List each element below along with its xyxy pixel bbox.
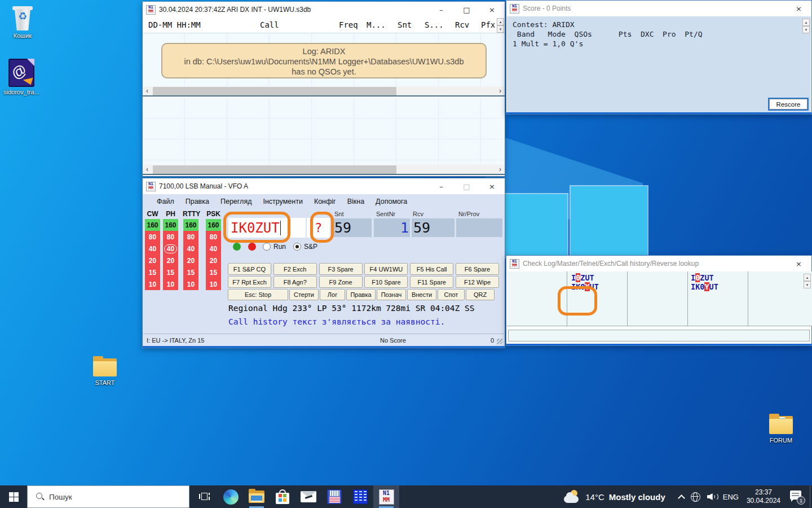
band-button[interactable]: 40 — [145, 243, 160, 255]
check-call-suggestions[interactable]: I0ZUT IK0YUT — [691, 274, 718, 291]
desktop-icon-start-folder[interactable]: START — [83, 356, 126, 386]
nrprov-input[interactable] — [456, 218, 502, 237]
scroll-left-icon[interactable]: ‹ — [143, 86, 152, 95]
sp-radio[interactable] — [293, 243, 301, 251]
col-pfx[interactable]: Pfx — [481, 20, 495, 29]
log-window-titlebar[interactable]: N1MM 30.04.2024 20:37:42Z ARI DX INT - U… — [143, 2, 505, 17]
maximize-button[interactable]: □ — [454, 2, 479, 17]
desktop-icon-forum-folder[interactable]: FORUM — [760, 414, 802, 444]
weather-widget[interactable]: 14°C Mostly cloudy — [558, 490, 671, 503]
band-button[interactable]: 20 — [145, 255, 160, 266]
scrollbar-thumb[interactable] — [153, 165, 396, 174]
taskbar-floppy-app[interactable] — [321, 485, 347, 508]
f7-button[interactable]: F7 Rpt Exch — [228, 276, 271, 288]
taskbar-store[interactable] — [270, 485, 295, 508]
menu-file[interactable]: Файл — [151, 195, 180, 208]
exchange-input[interactable]: ? — [307, 218, 330, 238]
band-button[interactable]: 10 — [145, 278, 160, 290]
f9-button[interactable]: F9 Zone — [319, 276, 363, 288]
band-button[interactable]: 10 — [206, 278, 221, 290]
qrz-button[interactable]: QRZ — [466, 289, 495, 300]
sentnr-input[interactable]: 1 — [374, 218, 410, 237]
maximize-button[interactable]: □ — [454, 178, 479, 194]
band-button[interactable]: 80 — [206, 231, 221, 243]
language-indicator[interactable]: ENG — [723, 493, 739, 501]
band-button[interactable]: 80 — [145, 231, 160, 243]
close-button[interactable]: × — [479, 178, 505, 194]
spinner-down-icon[interactable]: ▼ — [804, 281, 811, 288]
scroll-left-icon[interactable]: ‹ — [143, 165, 152, 174]
menu-tools[interactable]: Інструменти — [257, 195, 308, 208]
spinner-up-icon[interactable]: ▲ — [804, 274, 811, 281]
col-snt[interactable]: Snt — [398, 20, 412, 29]
f4-button[interactable]: F4 UW1WU — [364, 263, 408, 275]
band-button[interactable]: 80 — [183, 231, 198, 243]
f5-button[interactable]: F5 His Call — [410, 263, 453, 275]
taskbar-clock[interactable]: 23:37 30.04.2024 — [747, 488, 780, 505]
speaker-icon[interactable] — [707, 492, 717, 501]
notification-center-button[interactable]: 1 — [788, 485, 805, 508]
rcv-input[interactable]: 59 — [412, 218, 454, 237]
f11-button[interactable]: F11 Spare — [410, 276, 453, 288]
tray-expand-icon[interactable] — [678, 494, 685, 502]
resize-grip[interactable] — [497, 339, 502, 344]
log-button[interactable]: Лог — [320, 289, 345, 300]
taskbar-edge[interactable] — [218, 485, 244, 508]
scroll-right-icon[interactable]: › — [496, 165, 505, 174]
band-button[interactable]: 160 — [183, 219, 198, 231]
menu-help[interactable]: Допомога — [370, 195, 413, 208]
band-button[interactable]: 20 — [183, 255, 198, 266]
col-mode[interactable]: M... — [367, 20, 386, 29]
menu-edit[interactable]: Правка — [180, 195, 215, 208]
f2-button[interactable]: F2 Exch — [273, 263, 317, 275]
minimize-button[interactable]: – — [429, 178, 454, 194]
band-button[interactable]: 15 — [163, 266, 178, 278]
col-call[interactable]: Call — [260, 20, 279, 29]
header-spinner[interactable]: ▲ ▼ — [497, 18, 504, 33]
log-lower-scrollbar[interactable]: ‹ › — [143, 165, 505, 175]
col-rcv[interactable]: Rcv — [455, 20, 469, 29]
band-button[interactable]: 15 — [145, 266, 160, 278]
close-button[interactable]: × — [786, 1, 811, 16]
band-button[interactable]: 10 — [183, 278, 198, 290]
f10-button[interactable]: F10 Spare — [364, 276, 408, 288]
task-view-button[interactable] — [192, 485, 218, 508]
band-button[interactable]: 40 — [183, 243, 198, 255]
desktop-icon-recycle-bin[interactable]: ♻ Кошик — [1, 5, 44, 39]
store-button[interactable]: Внести — [407, 289, 436, 300]
close-button[interactable]: × — [786, 256, 811, 271]
spinner-up-icon[interactable]: ▲ — [497, 18, 504, 25]
esc-stop-button[interactable]: Esc: Stop — [228, 289, 288, 300]
show-desktop-button[interactable] — [810, 485, 812, 508]
band-button[interactable]: 40 — [206, 243, 221, 255]
network-icon[interactable] — [691, 492, 700, 502]
taskbar-mail[interactable] — [295, 485, 321, 508]
band-button[interactable]: 15 — [206, 266, 221, 278]
wipe-button[interactable]: Стерти — [289, 289, 319, 300]
band-button[interactable]: 15 — [183, 266, 198, 278]
menu-view[interactable]: Перегляд — [215, 195, 257, 208]
score-spinner[interactable]: ▲ ▼ — [802, 19, 810, 33]
col-sentnr[interactable]: S... — [425, 20, 444, 29]
band-button[interactable]: 80 — [163, 231, 178, 243]
taskbar-explorer[interactable] — [244, 485, 270, 508]
close-button[interactable]: × — [479, 2, 505, 17]
check-window-titlebar[interactable]: N1MM Check Log/Master/Telnet/Exch/Call h… — [506, 256, 811, 271]
check-spinner[interactable]: ▲ ▼ — [804, 274, 811, 288]
band-button[interactable]: 10 — [163, 278, 178, 290]
band-button[interactable]: 160 — [145, 219, 160, 231]
score-window-titlebar[interactable]: N1MM Score - 0 Points × — [506, 1, 811, 16]
menu-windows[interactable]: Вікна — [342, 195, 370, 208]
check-call-suggestions[interactable]: I0ZUT IK0YUT — [571, 274, 599, 291]
taskbar-n1mm[interactable]: N1MM — [373, 485, 399, 508]
spinner-down-icon[interactable]: ▼ — [497, 25, 504, 33]
band-button[interactable]: 20 — [206, 255, 221, 266]
band-button[interactable]: 160 — [206, 219, 221, 231]
f6-button[interactable]: F6 Spare — [456, 263, 499, 275]
mark-button[interactable]: Познач — [377, 289, 406, 300]
scroll-right-icon[interactable]: › — [496, 86, 505, 95]
spinner-down-icon[interactable]: ▼ — [802, 26, 810, 33]
band-button[interactable]: 20 — [163, 255, 178, 266]
spinner-up-icon[interactable]: ▲ — [802, 19, 810, 26]
callsign-input[interactable]: IK0ZUT — [228, 218, 306, 238]
